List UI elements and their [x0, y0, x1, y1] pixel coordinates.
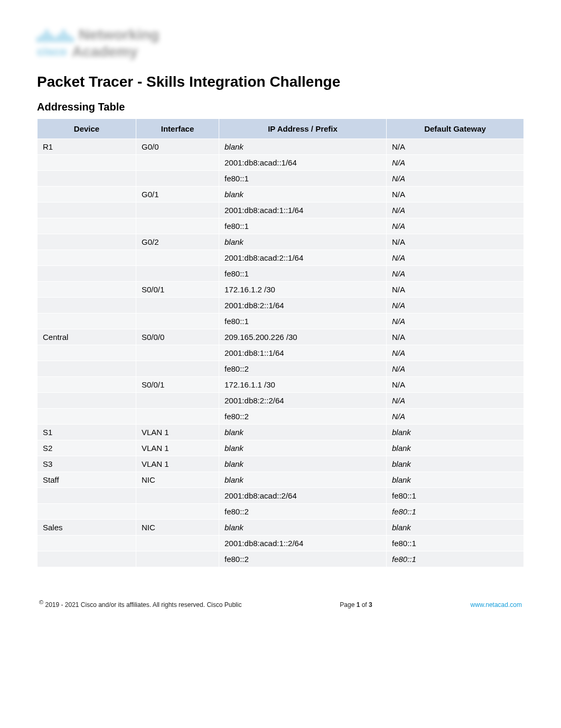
cell-gateway: blank [387, 425, 524, 440]
page-footer: © 2019 - 2021 Cisco and/or its affiliate… [37, 599, 524, 609]
brand-logo: Networking cisco Academy [37, 26, 524, 60]
table-row: fe80::1N/A [38, 171, 524, 187]
cell-gateway: fe80::1 [387, 536, 524, 551]
table-row: fe80::1N/A [38, 314, 524, 329]
cell-device [38, 234, 136, 250]
table-row: 2001:db8:2::1/64N/A [38, 298, 524, 314]
table-row: fe80::2N/A [38, 361, 524, 377]
document-page: Networking cisco Academy Packet Tracer -… [0, 0, 561, 624]
cell-ip: 2001:db8:2::2/64 [219, 393, 387, 409]
cell-ip: 2001:db8:2::1/64 [219, 298, 387, 314]
cell-gateway: N/A [387, 314, 524, 329]
cell-device [38, 282, 136, 298]
cell-ip: 172.16.1.1 /30 [219, 377, 387, 393]
cell-interface [136, 536, 219, 551]
cell-device [38, 266, 136, 282]
table-row: S0/0/1172.16.1.2 /30N/A [38, 282, 524, 298]
cell-interface: S0/0/0 [136, 329, 219, 345]
cell-interface [136, 171, 219, 187]
cell-ip: fe80::2 [219, 361, 387, 377]
header-ip: IP Address / Prefix [219, 119, 387, 139]
cell-gateway: blank [387, 456, 524, 472]
table-row: StaffNICblankblank [38, 472, 524, 488]
table-row: fe80::2fe80::1 [38, 551, 524, 567]
cell-interface: G0/1 [136, 187, 219, 202]
cell-ip: fe80::1 [219, 314, 387, 329]
table-row: fe80::2fe80::1 [38, 504, 524, 520]
page-of: of [360, 601, 369, 609]
cell-interface: S0/0/1 [136, 377, 219, 393]
cell-device [38, 536, 136, 551]
cell-gateway: fe80::1 [387, 504, 524, 520]
table-row: SalesNICblankblank [38, 520, 524, 536]
cell-ip: 2001:db8:acad:1::2/64 [219, 536, 387, 551]
table-row: 2001:db8:acad::1/64N/A [38, 155, 524, 171]
header-gateway: Default Gateway [387, 119, 524, 139]
cell-gateway: blank [387, 440, 524, 456]
copyright-icon: © [39, 599, 43, 605]
cell-interface [136, 314, 219, 329]
cell-ip: fe80::2 [219, 504, 387, 520]
cell-interface: VLAN 1 [136, 425, 219, 440]
table-row: S3VLAN 1blankblank [38, 456, 524, 472]
cell-device: S2 [38, 440, 136, 456]
cell-gateway: N/A [387, 377, 524, 393]
cell-device [38, 298, 136, 314]
cell-device [38, 377, 136, 393]
cell-interface [136, 250, 219, 266]
cell-device [38, 488, 136, 504]
cell-interface [136, 266, 219, 282]
cell-interface [136, 488, 219, 504]
table-row: S1VLAN 1blankblank [38, 425, 524, 440]
cell-interface: G0/2 [136, 234, 219, 250]
table-row: S0/0/1172.16.1.1 /30N/A [38, 377, 524, 393]
cell-device [38, 345, 136, 361]
cell-ip: 2001:db8:acad:1::1/64 [219, 202, 387, 218]
table-row: 2001:db8:acad:2::1/64N/A [38, 250, 524, 266]
cell-gateway: N/A [387, 171, 524, 187]
cell-ip: 172.16.1.2 /30 [219, 282, 387, 298]
addressing-table: Device Interface IP Address / Prefix Def… [37, 118, 524, 567]
cell-device [38, 393, 136, 409]
footer-copyright: © 2019 - 2021 Cisco and/or its affiliate… [39, 599, 241, 609]
cell-interface [136, 202, 219, 218]
cell-device: S3 [38, 456, 136, 472]
cell-gateway: N/A [387, 393, 524, 409]
cell-device [38, 202, 136, 218]
cell-device: R1 [38, 139, 136, 155]
cell-gateway: N/A [387, 202, 524, 218]
section-title: Addressing Table [37, 101, 524, 113]
cell-device [38, 171, 136, 187]
logo-text-line2: Academy [72, 43, 138, 60]
footer-link[interactable]: www.netacad.com [471, 601, 522, 609]
cell-gateway: blank [387, 520, 524, 536]
cell-gateway: N/A [387, 250, 524, 266]
cell-ip: fe80::1 [219, 218, 387, 234]
cell-interface: VLAN 1 [136, 456, 219, 472]
cell-ip: fe80::2 [219, 409, 387, 425]
cell-device [38, 361, 136, 377]
header-device: Device [38, 119, 136, 139]
cell-device [38, 250, 136, 266]
cell-ip: blank [219, 425, 387, 440]
table-row: fe80::1N/A [38, 218, 524, 234]
footer-copyright-text: 2019 - 2021 Cisco and/or its affiliates.… [45, 601, 241, 609]
cell-interface [136, 218, 219, 234]
cell-interface [136, 504, 219, 520]
cell-device [38, 155, 136, 171]
cell-interface: G0/0 [136, 139, 219, 155]
cell-device: Central [38, 329, 136, 345]
cell-device: Sales [38, 520, 136, 536]
page-label-prefix: Page [340, 601, 356, 609]
table-row: 2001:db8:acad:1::2/64fe80::1 [38, 536, 524, 551]
cell-ip: 2001:db8:acad:2::1/64 [219, 250, 387, 266]
cell-device [38, 551, 136, 567]
header-interface: Interface [136, 119, 219, 139]
cell-ip: blank [219, 456, 387, 472]
cell-interface [136, 345, 219, 361]
cisco-bars-icon [37, 27, 73, 42]
table-row: 2001:db8:acad:1::1/64N/A [38, 202, 524, 218]
cell-interface [136, 298, 219, 314]
page-total: 3 [369, 601, 372, 609]
cell-device [38, 409, 136, 425]
